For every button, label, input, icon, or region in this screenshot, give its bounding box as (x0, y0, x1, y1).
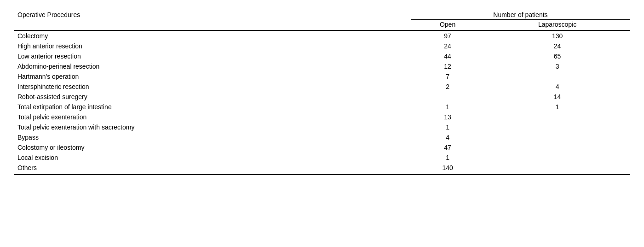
laparoscopic-cell (484, 132, 630, 142)
table-row: Total pelvic exenteration with sacrectom… (14, 122, 630, 132)
table-row: High anterior resection2424 (14, 41, 630, 51)
open-cell: 12 (411, 61, 484, 71)
open-cell: 1 (411, 102, 484, 112)
num-patients-header: Number of patients (411, 9, 630, 20)
open-cell: 4 (411, 132, 484, 142)
laparoscopic-cell (484, 71, 630, 82)
open-cell: 13 (411, 112, 484, 122)
table-row: Intersphincteric resection24 (14, 82, 630, 92)
procedure-cell: Hartmann's operation (14, 71, 411, 82)
laparoscopic-cell (484, 163, 630, 175)
open-cell: 44 (411, 51, 484, 61)
open-cell: 47 (411, 142, 484, 153)
procedure-cell: Abdomino-perineal resection (14, 61, 411, 71)
open-cell: 97 (411, 30, 484, 41)
laparoscopic-header: Laparoscopic (484, 20, 630, 31)
open-cell: 140 (411, 163, 484, 175)
open-cell: 1 (411, 122, 484, 132)
procedure-cell: Local excision (14, 153, 411, 163)
table-row: Local excision1 (14, 153, 630, 163)
procedure-cell: Colectomy (14, 30, 411, 41)
laparoscopic-cell (484, 142, 630, 153)
procedure-cell: Total pelvic exenteration (14, 112, 411, 122)
procedure-cell: Low anterior resection (14, 51, 411, 61)
laparoscopic-cell: 1 (484, 102, 630, 112)
open-header: Open (411, 20, 484, 31)
laparoscopic-cell: 3 (484, 61, 630, 71)
procedure-cell: Intersphincteric resection (14, 82, 411, 92)
laparoscopic-cell: 24 (484, 41, 630, 51)
open-cell (411, 92, 484, 102)
table-row: Robot-assisted suregery14 (14, 92, 630, 102)
table-row: Abdomino-perineal resection123 (14, 61, 630, 71)
procedure-header: Operative Procedures (14, 9, 411, 20)
procedure-cell: High anterior resection (14, 41, 411, 51)
procedure-cell: Total extirpation of large intestine (14, 102, 411, 112)
laparoscopic-cell (484, 112, 630, 122)
operative-procedures-table: Operative Procedures Number of patients … (14, 9, 630, 175)
laparoscopic-cell: 4 (484, 82, 630, 92)
open-cell: 24 (411, 41, 484, 51)
procedure-cell: Bypass (14, 132, 411, 142)
open-cell: 7 (411, 71, 484, 82)
laparoscopic-cell: 65 (484, 51, 630, 61)
table-container: Operative Procedures Number of patients … (14, 9, 630, 175)
table-row: Total pelvic exenteration13 (14, 112, 630, 122)
open-cell: 2 (411, 82, 484, 92)
laparoscopic-cell: 130 (484, 30, 630, 41)
table-row: Colostomy or ileostomy47 (14, 142, 630, 153)
laparoscopic-cell (484, 153, 630, 163)
procedure-cell: Total pelvic exenteration with sacrectom… (14, 122, 411, 132)
table-row: Low anterior resection4465 (14, 51, 630, 61)
procedure-cell: Others (14, 163, 411, 175)
table-row: Bypass4 (14, 132, 630, 142)
table-row: Others140 (14, 163, 630, 175)
laparoscopic-cell: 14 (484, 92, 630, 102)
procedure-sub-header (14, 20, 411, 31)
table-row: Colectomy97130 (14, 30, 630, 41)
procedure-cell: Robot-assisted suregery (14, 92, 411, 102)
procedure-cell: Colostomy or ileostomy (14, 142, 411, 153)
table-row: Hartmann's operation7 (14, 71, 630, 82)
table-row: Total extirpation of large intestine11 (14, 102, 630, 112)
laparoscopic-cell (484, 122, 630, 132)
open-cell: 1 (411, 153, 484, 163)
